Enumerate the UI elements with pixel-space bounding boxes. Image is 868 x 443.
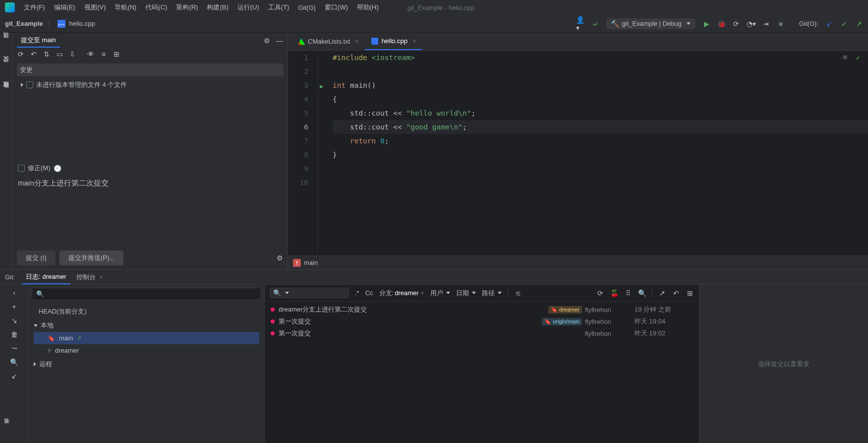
user-icon[interactable]: 👤▾ — [577, 20, 584, 28]
crumb-project[interactable]: git_Example — [5, 20, 43, 27]
git-push-icon[interactable]: ↗ — [855, 20, 863, 28]
debug-button[interactable]: 🐞 — [717, 20, 725, 28]
branch-filter[interactable]: 分支: dreamer × — [379, 289, 425, 298]
commit-row[interactable]: dreamer分支上进行第二次提交 🔖 dreamer flyfirehon 1… — [265, 304, 699, 316]
rollback-icon[interactable]: ↶ — [30, 50, 38, 58]
menu-help[interactable]: 帮助(H) — [357, 3, 379, 12]
code-editor[interactable]: 12345678910 ▶ #include <iostream> int ma… — [288, 51, 868, 255]
branch-search-input[interactable]: 🔍 — [32, 288, 261, 300]
compare-icon[interactable]: ⤳ — [10, 344, 18, 352]
close-tab-icon[interactable]: × — [412, 37, 416, 45]
fetch-icon[interactable]: ↙ — [10, 372, 18, 380]
path-filter[interactable]: 路径 — [482, 289, 502, 298]
changelist-icon[interactable]: ▭ — [56, 50, 63, 58]
commit-options-gear-icon[interactable]: ⚙ — [276, 254, 284, 262]
menu-window[interactable]: 窗口(W) — [325, 3, 348, 12]
editor-tab-cmakelists[interactable]: CMakeLists.txt × — [292, 34, 365, 49]
refresh-icon[interactable]: ⟳ — [17, 50, 25, 58]
inspection-eye-icon[interactable]: 👁 — [841, 54, 849, 62]
cmake-icon — [298, 38, 305, 45]
add-icon[interactable]: + — [10, 303, 18, 311]
crumb-file[interactable]: hello.cpp — [69, 20, 95, 27]
head-branch-row[interactable]: HEAD(当前分支) — [34, 305, 259, 318]
run-config-selector[interactable]: 🔨 git_Example | Debug — [606, 18, 695, 29]
menu-file[interactable]: 文件(F) — [24, 3, 45, 12]
menu-tools[interactable]: 工具(T) — [268, 3, 289, 12]
separator — [792, 20, 792, 28]
undo-icon[interactable]: ↶ — [672, 289, 680, 297]
commit-button[interactable]: 提交 (I) — [17, 251, 56, 265]
matchcase-filter[interactable]: Cc — [365, 289, 373, 297]
remote-branches-header[interactable]: 远程 — [34, 357, 259, 371]
date-filter[interactable]: 日期 — [456, 289, 476, 298]
coverage-button[interactable]: ⟳ — [732, 20, 740, 28]
git-console-tab[interactable]: 控制台 × — [72, 271, 107, 284]
tab-label: hello.cpp — [382, 37, 407, 45]
commit-author: flyfirehon — [585, 330, 635, 337]
profile-button[interactable]: ◔▾ — [747, 20, 755, 28]
commit-row[interactable]: 第一次提交 🔖 origin/main flyfirehon 昨天 19:04 — [265, 316, 699, 327]
commit-author: flyfirehon — [585, 318, 635, 325]
find-icon[interactable]: 🔍 — [638, 289, 646, 297]
commit-row[interactable]: 第一次提交 flyfirehon 昨天 19:02 — [265, 327, 699, 339]
changes-header[interactable]: 变更 — [17, 63, 284, 76]
cherrypick-icon[interactable]: 🍒 — [610, 289, 618, 297]
menu-build[interactable]: 构建(B) — [207, 3, 228, 12]
shelve-icon[interactable]: ⇩ — [68, 50, 76, 58]
refresh-icon[interactable]: ⟳ — [596, 289, 604, 297]
branch-main[interactable]: 🔖 main ↗ — [34, 332, 259, 344]
menu-edit[interactable]: 编辑(E) — [54, 3, 75, 12]
options-icon[interactable]: ⠿ — [624, 289, 632, 297]
run-config-label: git_Example | Debug — [622, 20, 682, 27]
amend-checkbox[interactable] — [18, 165, 25, 172]
branch-dreamer[interactable]: ⑂ dreamer — [34, 344, 259, 357]
clear-filter-icon[interactable]: × — [421, 289, 425, 297]
checkbox[interactable] — [26, 81, 33, 88]
menu-git[interactable]: Git(G) — [298, 4, 315, 11]
git-log-tab[interactable]: 日志: dreamer — [22, 270, 70, 284]
git-commit-icon[interactable]: ✓ — [840, 20, 848, 28]
gear-icon[interactable]: ⚙ — [263, 37, 271, 45]
run-gutter-icon[interactable]: ▶ — [320, 79, 323, 93]
menu-view[interactable]: 视图(V) — [84, 3, 106, 12]
diff-icon[interactable]: ⇅ — [43, 50, 51, 58]
expand-icon[interactable]: ⊞ — [113, 50, 120, 58]
preview-icon[interactable]: 👁 — [87, 50, 95, 58]
window-title: git_Example - hello.cpp — [407, 4, 474, 11]
menu-code[interactable]: 代码(C) — [145, 3, 167, 12]
menu-run[interactable]: 运行(U) — [237, 3, 259, 12]
function-badge[interactable]: f main — [288, 255, 868, 269]
history-icon[interactable]: 🕘 — [54, 164, 61, 172]
commit-detail-pane: 选择提交以查看变 — [699, 285, 868, 443]
commit-graph[interactable]: dreamer分支上进行第二次提交 🔖 dreamer flyfirehon 1… — [265, 302, 699, 341]
minimize-icon[interactable]: — — [276, 37, 284, 45]
menu-refactor[interactable]: 重构(R) — [176, 3, 198, 12]
regex-filter[interactable]: .* — [355, 289, 359, 297]
goto-icon[interactable]: ↗ — [658, 289, 666, 297]
checkout-icon[interactable]: ↘ — [10, 316, 18, 324]
code-body[interactable]: #include <iostream> int main(){ std::cou… — [318, 51, 868, 255]
log-search-input[interactable]: 🔍 — [270, 288, 349, 298]
close-tab-icon[interactable]: × — [355, 38, 359, 45]
unversioned-files-row[interactable]: 未进行版本管理的文件 4 个文件 — [13, 78, 288, 91]
group-icon[interactable]: ≡ — [100, 50, 108, 58]
commit-panel-tab[interactable]: 提交至 main — [17, 34, 60, 48]
delete-icon[interactable]: 🗑 — [10, 330, 18, 338]
commit-message-input[interactable]: main分支上进行第二次提交 — [13, 176, 288, 247]
commit-push-button[interactable]: 提交并推送(P)... — [59, 251, 123, 265]
intellisort-icon[interactable]: ⎋ — [514, 289, 522, 297]
menu-navigate[interactable]: 导航(N) — [115, 3, 136, 12]
git-log-panel: ‹ + ↘ 🗑 ⤳ 🔍 ↙ 🔍 HEAD(当前分支) 本地 🔖 main ↗ ⑂… — [0, 284, 868, 443]
update-icon[interactable]: ⤾ — [591, 20, 599, 28]
close-tab-icon[interactable]: × — [100, 273, 104, 281]
run-button[interactable]: ▶ — [702, 20, 710, 28]
attach-button[interactable]: ⇥ — [762, 20, 770, 28]
search-icon[interactable]: 🔍 — [10, 358, 18, 366]
layout-icon[interactable]: ⊞ — [686, 289, 694, 297]
user-filter[interactable]: 用户 — [430, 289, 450, 298]
editor-tab-hello[interactable]: hello.cpp × — [365, 33, 422, 50]
stop-button[interactable]: ■ — [777, 20, 785, 28]
git-pull-icon[interactable]: ↙ — [825, 20, 833, 28]
back-icon[interactable]: ‹ — [10, 289, 18, 297]
local-branches-header[interactable]: 本地 — [34, 318, 259, 332]
